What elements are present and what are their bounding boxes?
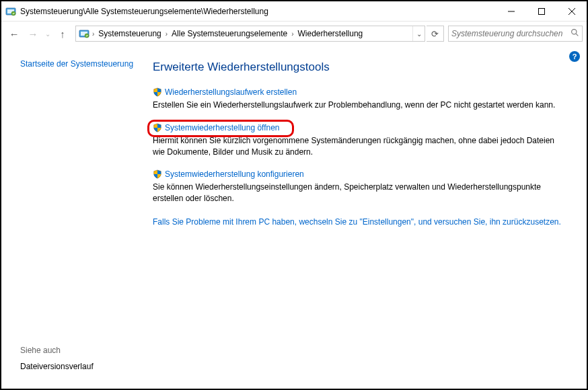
- see-also-header: Siehe auch: [20, 346, 138, 355]
- minimize-button[interactable]: [496, 1, 526, 21]
- breadcrumb-item[interactable]: Wiederherstellung: [295, 29, 366, 38]
- breadcrumb-item[interactable]: Alle Systemsteuerungselemente: [169, 29, 290, 38]
- file-history-link[interactable]: Dateiversionsverlauf: [20, 362, 138, 371]
- shield-icon: [153, 123, 162, 132]
- maximize-button[interactable]: [526, 1, 556, 21]
- chevron-right-icon[interactable]: ›: [290, 30, 295, 38]
- svg-line-8: [576, 34, 578, 36]
- address-dropdown[interactable]: ⌄: [412, 26, 425, 41]
- main-content: Erweiterte Wiederherstellungstools Wiede…: [146, 46, 587, 389]
- option-description: Erstellen Sie ein Wiederherstellungslauf…: [153, 100, 563, 111]
- back-button[interactable]: ←: [5, 25, 23, 42]
- window-titlebar: Systemsteuerung\Alle Systemsteuerungsele…: [1, 1, 587, 22]
- control-panel-icon: [79, 28, 89, 39]
- configure-system-restore-link[interactable]: Systemwiederherstellung konfigurieren: [165, 169, 304, 179]
- reset-pc-link[interactable]: Falls Sie Probleme mit Ihrem PC haben, w…: [153, 217, 563, 228]
- option-description: Sie können Wiederherstellungseinstellung…: [153, 182, 563, 204]
- search-icon[interactable]: [571, 28, 579, 39]
- recovery-option: Systemwiederherstellung konfigurieren Si…: [153, 169, 573, 204]
- recovery-option: Systemwiederherstellung öffnen Hiermit k…: [153, 123, 573, 158]
- recent-dropdown[interactable]: ⌄: [43, 25, 52, 42]
- close-button[interactable]: [556, 1, 587, 21]
- shield-icon: [153, 87, 162, 97]
- page-heading: Erweiterte Wiederherstellungstools: [153, 61, 573, 74]
- breadcrumb-item[interactable]: Systemsteuerung: [96, 29, 163, 38]
- chevron-right-icon[interactable]: ›: [164, 30, 169, 38]
- open-system-restore-link[interactable]: Systemwiederherstellung öffnen: [165, 123, 280, 132]
- navigation-bar: ← → ⌄ ↑ › Systemsteuerung › Alle Systems…: [1, 22, 587, 46]
- recovery-option: Wiederherstellungslaufwerk erstellen Ers…: [153, 87, 573, 111]
- shield-icon: [153, 169, 162, 179]
- sidebar: Startseite der Systemsteuerung Siehe auc…: [1, 46, 146, 389]
- chevron-right-icon[interactable]: ›: [91, 30, 96, 38]
- refresh-button[interactable]: ⟳: [427, 26, 444, 42]
- window-title: Systemsteuerung\Alle Systemsteuerungsele…: [20, 7, 496, 16]
- search-input[interactable]: [451, 29, 568, 38]
- up-button[interactable]: ↑: [54, 25, 71, 42]
- control-panel-home-link[interactable]: Startseite der Systemsteuerung: [20, 59, 138, 69]
- address-bar[interactable]: › Systemsteuerung › Alle Systemsteuerung…: [75, 26, 425, 42]
- forward-button[interactable]: →: [24, 25, 42, 42]
- svg-rect-4: [538, 8, 544, 14]
- option-description: Hiermit können Sie kürzlich vorgenommene…: [153, 135, 563, 158]
- svg-point-7: [572, 30, 577, 34]
- search-box[interactable]: [448, 26, 583, 42]
- control-panel-icon: [5, 6, 16, 17]
- create-recovery-drive-link[interactable]: Wiederherstellungslaufwerk erstellen: [165, 87, 297, 97]
